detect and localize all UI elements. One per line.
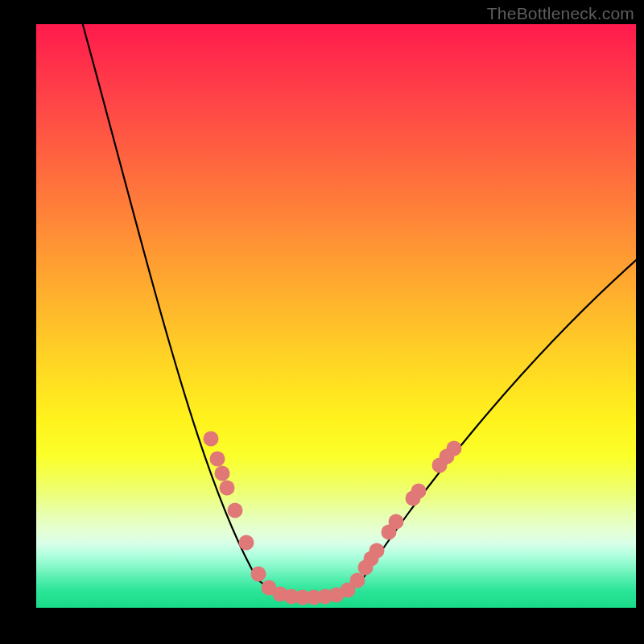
data-dot — [350, 573, 365, 588]
data-dot — [239, 535, 254, 551]
data-dot — [251, 567, 266, 582]
data-dot — [228, 503, 243, 518]
chart-frame: TheBottleneck.com — [0, 0, 644, 644]
bottleneck-curve-path — [80, 24, 636, 598]
data-dot — [215, 466, 230, 481]
data-dot — [204, 431, 219, 447]
data-dots-group — [204, 431, 462, 605]
data-dot — [389, 514, 404, 530]
plot-area — [36, 24, 636, 608]
watermark-text: TheBottleneck.com — [487, 4, 634, 23]
bottleneck-curve-svg — [36, 24, 636, 608]
data-dot — [369, 543, 385, 559]
data-dot — [447, 441, 462, 456]
data-dot — [411, 484, 427, 499]
data-dot — [220, 481, 235, 496]
data-dot — [210, 452, 225, 467]
